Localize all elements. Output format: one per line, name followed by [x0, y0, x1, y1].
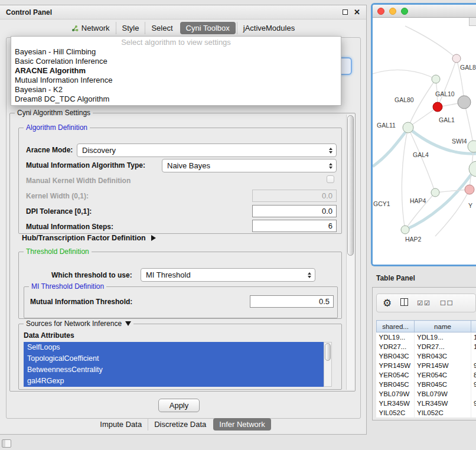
algorithm-option[interactable]: Basic Correlation Inference: [11, 57, 341, 66]
network-node-gal10[interactable]: [433, 102, 442, 112]
settings-scrollbar-thumb[interactable]: [347, 115, 354, 256]
tab-label: Style: [122, 24, 139, 32]
settings-scrollbar[interactable]: [346, 115, 354, 390]
attribute-item[interactable]: BetweennessCentrality: [24, 364, 324, 376]
table-row[interactable]: YDR27...YDR27...12: [377, 342, 476, 351]
algorithm-definition-group: Algorithm Definition Aracne Mode: Discov…: [18, 128, 342, 234]
tab-cyni-toolbox[interactable]: Cyni Toolbox: [180, 22, 236, 34]
network-node-gal1[interactable]: [458, 96, 471, 109]
network-node-swi4[interactable]: [468, 141, 476, 152]
tab-impute-data[interactable]: Impute Data: [94, 418, 148, 431]
control-panel-tabs: Network Style Select Cyni Toolbox jActiv…: [0, 22, 366, 34]
zoom-button[interactable]: [401, 8, 408, 15]
algorithm-option-selected[interactable]: ARACNE Algorithm: [11, 66, 341, 76]
apply-button[interactable]: Apply: [158, 399, 200, 412]
network-node-hap2[interactable]: [401, 226, 409, 234]
collapse-arrow-icon: [125, 321, 131, 326]
minimize-button[interactable]: [389, 8, 396, 15]
tab-style[interactable]: Style: [116, 22, 145, 34]
table-row[interactable]: YBR045CYBR045C9.: [377, 380, 476, 389]
cell: YPR145W: [415, 361, 471, 370]
dpi-tolerance-field[interactable]: 0.0: [252, 205, 337, 217]
network-view-window: GAL8 GAL80 GAL10 GAL11 GAL1 SWI4 GAL4 GC…: [371, 3, 476, 266]
network-tab-icon: [71, 25, 79, 32]
network-node[interactable]: [432, 75, 440, 83]
aracne-mode-select[interactable]: Discovery: [77, 144, 337, 157]
network-node-hap4[interactable]: [431, 188, 439, 197]
table-row[interactable]: YLR345WYLR345W9.: [377, 399, 476, 408]
manual-kernel-width-checkbox[interactable]: [327, 175, 334, 183]
tab-jactivemodules[interactable]: jActiveModules: [237, 22, 301, 34]
hub-definition-toggle[interactable]: Hub/Transcription Factor Definition: [22, 234, 156, 242]
column-header-shared-name[interactable]: shared...: [377, 321, 415, 332]
cell: 9.: [471, 380, 476, 389]
float-panel-icon[interactable]: [343, 9, 348, 15]
which-threshold-select[interactable]: MI Threshold: [141, 268, 315, 282]
tab-discretize-data[interactable]: Discretize Data: [148, 418, 212, 431]
algorithm-prompt: Select algorithm to view settings: [11, 38, 341, 47]
columns-icon[interactable]: [400, 298, 408, 308]
network-node[interactable]: [465, 185, 474, 194]
algorithm-option[interactable]: Bayesian - Hill Climbing: [11, 47, 341, 57]
deselect-all-columns-icon[interactable]: ☐☐: [440, 300, 454, 306]
cell: YDR27...: [415, 342, 471, 351]
panel-toggle-icon[interactable]: [2, 439, 11, 448]
table-row[interactable]: YBL079WYBL079W: [377, 389, 476, 399]
which-threshold-value: MI Threshold: [146, 270, 191, 279]
mi-threshold-definition-group: MI Threshold Definition Mutual Informati…: [24, 286, 338, 318]
mi-algorithm-type-value: Naive Bayes: [167, 161, 210, 170]
algorithm-option[interactable]: Mutual Information Inference: [11, 76, 341, 85]
combo-arrows-icon: [308, 272, 311, 278]
cell: YBR043C: [415, 351, 471, 361]
cell: YBR045C: [377, 380, 415, 389]
sources-group: Sources for Network Inference Data Attri…: [18, 324, 342, 390]
dpi-tolerance-label: DPI Tolerance [0,1]:: [26, 207, 92, 216]
cell: 12: [471, 342, 476, 351]
cell: YIL052C: [415, 408, 471, 418]
attributes-scrollbar-thumb[interactable]: [325, 343, 331, 361]
aracne-mode-label: Aracne Mode:: [26, 146, 73, 154]
network-canvas[interactable]: GAL8 GAL80 GAL10 GAL11 GAL1 SWI4 GAL4 GC…: [373, 18, 476, 265]
node-label: Y: [468, 202, 472, 209]
close-panel-icon[interactable]: ✕: [354, 8, 360, 16]
table-row[interactable]: YPR145WYPR145W9.: [377, 361, 476, 370]
mi-algorithm-type-select[interactable]: Naive Bayes: [162, 159, 337, 172]
attribute-item[interactable]: gal4RGexp: [24, 376, 324, 387]
cell: 13: [471, 332, 476, 342]
algorithm-option[interactable]: Bayesian - K2: [11, 85, 341, 94]
algorithm-definition-title: Algorithm Definition: [24, 123, 90, 132]
mi-steps-field[interactable]: 6: [252, 220, 337, 232]
network-window-titlebar[interactable]: [373, 5, 476, 18]
mi-threshold-field[interactable]: 0.5: [250, 295, 334, 308]
cell: [471, 389, 476, 399]
algorithm-option[interactable]: Dream8 DC_TDC Algorithm: [11, 94, 341, 104]
kernel-width-field[interactable]: 0.0: [252, 190, 337, 202]
cell: 9.: [471, 361, 476, 370]
table-row[interactable]: YIL052CYIL052C: [377, 408, 476, 418]
tab-label: Network: [81, 24, 110, 32]
close-button[interactable]: [377, 8, 384, 15]
cell: YDL19...: [377, 332, 415, 342]
table-row[interactable]: YBR043CYBR043C: [377, 351, 476, 361]
mi-threshold-definition-title: MI Threshold Definition: [29, 282, 106, 291]
tab-label: Impute Data: [100, 420, 142, 429]
table-row[interactable]: YDL19...YDL19...13: [377, 332, 476, 342]
sources-group-toggle[interactable]: Sources for Network Inference: [24, 319, 133, 328]
select-all-columns-icon[interactable]: ☑☑: [417, 300, 431, 306]
tab-infer-network[interactable]: Infer Network: [213, 418, 270, 431]
tab-network[interactable]: Network: [66, 22, 116, 34]
mi-threshold-label: Mutual Information Threshold:: [30, 298, 132, 306]
attributes-scrollbar[interactable]: [324, 342, 332, 387]
column-header-extra[interactable]: [471, 321, 476, 332]
network-node-gal11[interactable]: [403, 122, 413, 133]
cell: YBL079W: [377, 389, 415, 399]
tab-label: Select: [151, 24, 172, 32]
sources-group-title: Sources for Network Inference: [26, 319, 122, 328]
attribute-item[interactable]: SelfLoops: [24, 342, 324, 353]
tab-select[interactable]: Select: [145, 22, 178, 34]
attribute-item[interactable]: TopologicalCoefficient: [24, 353, 324, 364]
gear-icon[interactable]: ⚙: [383, 298, 392, 308]
column-header-name[interactable]: name: [415, 321, 471, 332]
table-row[interactable]: YER054CYER054C8.: [377, 370, 476, 380]
network-node[interactable]: [452, 54, 461, 63]
